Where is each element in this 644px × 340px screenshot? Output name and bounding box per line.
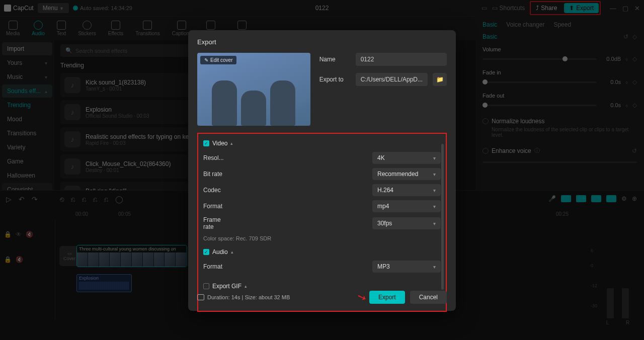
gif-section-toggle[interactable]: Export GIF ▴ xyxy=(203,283,441,290)
annotation-arrow: ➘ xyxy=(355,290,368,305)
export-path-input[interactable]: C:/Users/DELL/AppD... xyxy=(356,73,428,86)
resolution-dropdown[interactable]: 4K▾ xyxy=(372,152,441,164)
export-options-highlight: ✓Video ▴ Resol...4K▾ Bit rateRecommended… xyxy=(197,133,447,312)
format-label: Format xyxy=(203,203,232,210)
framerate-dropdown[interactable]: 30fps▾ xyxy=(372,217,441,229)
scrollbar[interactable] xyxy=(441,144,444,290)
audio-format-label: Format xyxy=(203,263,232,270)
cancel-button[interactable]: Cancel xyxy=(410,291,447,304)
folder-icon[interactable]: 📁 xyxy=(433,73,447,86)
export-confirm-button[interactable]: Export xyxy=(369,291,405,304)
bitrate-dropdown[interactable]: Recommended▾ xyxy=(372,168,441,180)
colorspace-info: Color space: Rec. 709 SDR xyxy=(203,235,441,241)
name-label: Name xyxy=(319,56,351,63)
name-input[interactable]: 0122 xyxy=(356,53,447,66)
export-to-label: Export to xyxy=(319,76,351,83)
framerate-label: Frame rate xyxy=(203,216,232,230)
film-icon xyxy=(197,294,204,300)
checkbox-checked-icon: ✓ xyxy=(203,249,209,255)
checkbox-checked-icon: ✓ xyxy=(203,140,209,146)
bitrate-label: Bit rate xyxy=(203,171,232,178)
modal-title: Export xyxy=(197,38,447,46)
codec-label: Codec xyxy=(203,187,232,194)
export-modal: Export ✎ Edit cover Name 0122 Export to … xyxy=(188,30,456,311)
cover-preview: ✎ Edit cover xyxy=(197,53,310,126)
video-section-toggle[interactable]: ✓Video ▴ xyxy=(203,140,441,147)
codec-dropdown[interactable]: H.264▾ xyxy=(372,184,441,196)
duration-info: Duration: 14s | Size: about 32 MB xyxy=(197,294,290,300)
checkbox-unchecked-icon xyxy=(203,283,209,289)
format-dropdown[interactable]: mp4▾ xyxy=(372,200,441,212)
audio-format-dropdown[interactable]: MP3▾ xyxy=(372,261,441,273)
resolution-label: Resol... xyxy=(203,154,232,161)
audio-section-toggle[interactable]: ✓Audio ▴ xyxy=(203,248,441,256)
